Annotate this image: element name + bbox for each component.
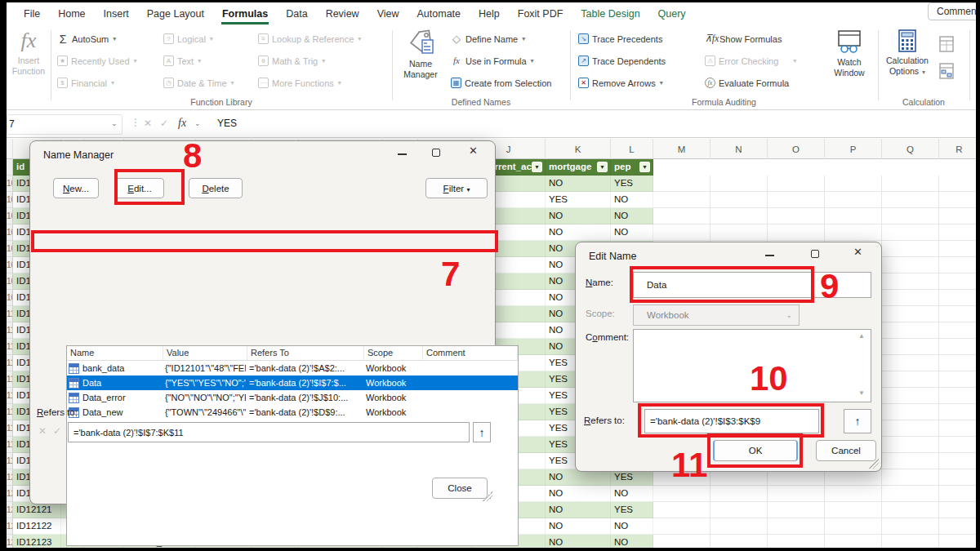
cell-empty[interactable] [882,339,939,355]
row-header[interactable]: 106 [7,241,13,257]
cell-mortgage[interactable]: NO [546,176,611,192]
column-header-K[interactable]: K [546,139,611,159]
maximize-icon[interactable] [811,250,819,258]
cell-empty[interactable] [939,290,980,306]
menu-tab-file[interactable]: File [15,3,49,25]
cell-empty[interactable] [939,469,980,486]
cell-empty[interactable] [825,502,882,518]
filter-button[interactable]: Filter ▾ [425,178,488,198]
cell-mortgage[interactable]: NO [546,518,611,535]
cell-empty[interactable] [768,224,825,241]
cell-empty[interactable] [939,273,980,290]
scroll-up-icon[interactable]: ▲ [858,332,865,340]
cell-empty[interactable] [825,486,882,502]
cell-empty[interactable] [882,453,939,469]
cell-mortgage[interactable]: NO [546,224,611,241]
name-entry-Data[interactable]: Data{"YES"\"YES"\"NO";"N...='bank-data (… [67,375,518,390]
refers-to-input[interactable]: ='bank-data (2)'!$I$7:$K$11 [68,422,470,442]
cell-empty[interactable] [939,241,980,257]
cancel-button[interactable]: Cancel [816,440,876,461]
name-entry-Data_error[interactable]: Data_error{"NO"\"NO"\"NO";"YES...='bank-… [67,390,518,405]
column-header-L[interactable]: L [611,139,653,159]
list-column-scope[interactable]: Scope [364,346,423,361]
list-column-refers-to[interactable]: Refers To [247,346,364,361]
row-header[interactable]: 108 [7,273,13,290]
menu-tab-help[interactable]: Help [470,3,509,25]
cell-empty[interactable] [882,224,939,241]
row-header[interactable] [7,159,13,176]
cell-empty[interactable] [882,518,939,535]
cell-pep[interactable]: NO [611,224,653,241]
evaluate-formula-button[interactable]: fx Evaluate Formula [705,76,789,90]
row-header[interactable]: 103 [7,192,13,208]
cell-empty[interactable] [653,502,710,518]
row-header[interactable]: 104 [7,208,13,224]
more-functions-button[interactable]: ⋯ More Functions ▾ [258,76,341,90]
column-header-P[interactable]: P [825,139,882,159]
cell-empty[interactable] [882,273,939,290]
cell-empty[interactable] [939,322,980,339]
create-from-selection-button[interactable]: ▦ Create from Selection [451,76,551,90]
cell-empty[interactable] [825,208,882,224]
minimize-icon[interactable] [765,255,774,256]
list-column-comment[interactable]: Comment [423,346,518,361]
text-button[interactable]: A Text ▾ [163,54,201,68]
trace-dependents-button[interactable]: ↗ Trace Dependents [578,54,666,68]
cell-empty[interactable] [653,192,710,208]
row-header[interactable]: 114 [7,371,13,388]
menu-tab-page-layout[interactable]: Page Layout [138,3,213,25]
cell-empty[interactable] [882,192,939,208]
cell-empty[interactable] [710,469,768,486]
cell-empty[interactable] [825,518,882,535]
cell-empty[interactable] [882,241,939,257]
recently-used-button[interactable]: ★ Recently Used ▾ [57,54,137,68]
cell-empty[interactable] [710,502,768,518]
cell-empty[interactable] [939,437,980,453]
formula-bar-value[interactable]: YES [217,118,237,129]
cell-mortgage[interactable]: NO [546,208,611,224]
row-header[interactable]: 112 [7,339,13,355]
menu-tab-data[interactable]: Data [277,3,316,25]
lookup-reference-button[interactable]: ≡ Lookup & Reference ▾ [258,32,361,46]
new-button[interactable]: New... [53,178,99,198]
cell-empty[interactable] [939,502,980,518]
cell-empty[interactable] [653,208,710,224]
cell-mortgage[interactable]: NO [546,486,611,502]
menu-tab-view[interactable]: View [368,3,408,25]
cell-pep[interactable]: NO [611,486,653,502]
row-header[interactable]: 119 [7,453,13,469]
calculate-now-button[interactable] [938,35,956,53]
cell-empty[interactable] [882,322,939,339]
cell-pep[interactable]: NO [611,518,653,535]
cell-empty[interactable] [939,208,980,224]
menu-tab-home[interactable]: Home [49,3,94,25]
close-button[interactable]: Close [432,478,488,499]
cell-empty[interactable] [882,290,939,306]
cell-empty[interactable] [939,224,980,241]
date-time-button[interactable]: ◷ Date & Time ▾ [163,76,234,90]
filter-dropdown-icon[interactable]: ▼ [639,162,650,172]
financial-button[interactable]: $ Financial ▾ [57,76,114,90]
maximize-icon[interactable] [432,149,440,157]
row-header[interactable]: 105 [7,224,13,241]
cell-empty[interactable] [939,404,980,420]
cell-empty[interactable] [882,355,939,371]
row-header[interactable]: 113 [7,355,13,371]
remove-arrows-button[interactable]: ✕ Remove Arrows ▾ [578,76,663,90]
column-header-Q[interactable]: Q [882,139,939,159]
menu-tab-table-design[interactable]: Table Design [572,3,648,25]
close-icon[interactable]: ✕ [469,144,478,157]
cell-empty[interactable] [882,176,939,192]
menu-tab-insert[interactable]: Insert [95,3,138,25]
filter-dropdown-icon[interactable]: ▼ [532,162,542,172]
column-header-R[interactable]: R [939,139,980,159]
cell-empty[interactable] [882,420,939,437]
cell-empty[interactable] [768,502,825,518]
cell-empty[interactable] [939,339,980,355]
resize-grip[interactable] [483,491,492,501]
row-header[interactable]: 115 [7,388,13,404]
filter-dropdown-icon[interactable]: ▼ [597,162,608,172]
menu-tab-query[interactable]: Query [649,3,695,25]
cell-id[interactable]: ID12121 [13,502,61,518]
cell-empty[interactable] [882,502,939,518]
